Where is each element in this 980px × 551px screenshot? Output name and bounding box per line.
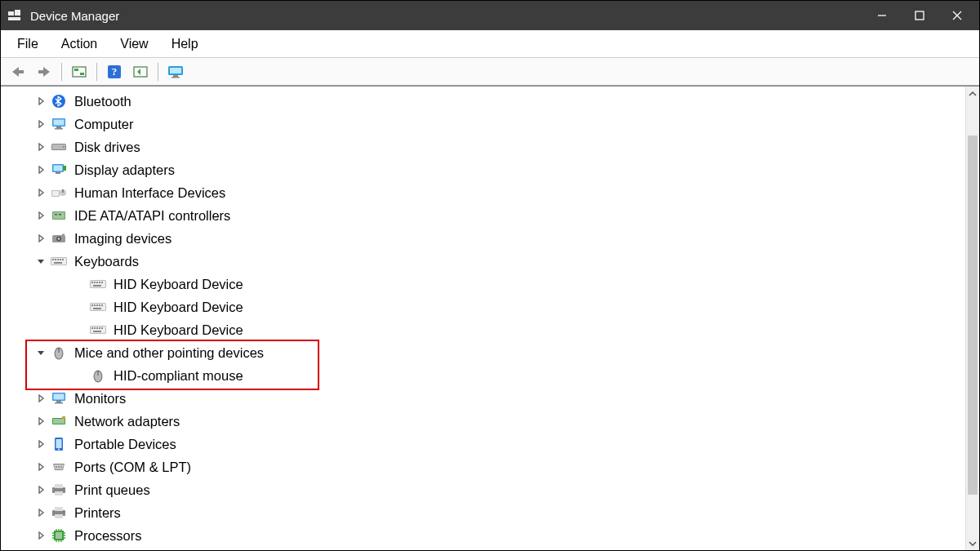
tree-row[interactable]: Imaging devices [1,227,964,250]
svg-rect-63 [96,304,98,306]
svg-rect-61 [91,304,93,306]
maximize-button[interactable] [901,1,938,30]
scroll-up-icon[interactable] [966,87,979,100]
svg-rect-37 [55,214,57,216]
tree-row[interactable]: Processors [1,524,964,547]
chevron-right-icon[interactable] [33,162,48,177]
tree-row-label: HID Keyboard Device [114,300,243,315]
disk-icon [50,140,68,154]
tree-row-label: IDE ATA/ATAPI controllers [74,208,230,224]
chevron-right-icon[interactable] [33,414,48,429]
tree-row[interactable]: HID Keyboard Device [1,273,964,295]
chevron-right-icon[interactable] [33,140,48,154]
menu-help[interactable]: Help [160,33,210,55]
tree-row-label: Printers [74,505,121,521]
tree-row[interactable]: Display adapters [1,158,964,181]
chevron-right-icon[interactable] [33,231,48,246]
svg-rect-30 [63,166,66,171]
svg-rect-69 [91,327,93,329]
forward-button[interactable] [33,62,55,82]
svg-rect-99 [55,507,63,511]
close-button[interactable] [938,1,976,30]
chevron-right-icon[interactable] [33,208,48,223]
svg-rect-86 [53,419,65,424]
minimize-button[interactable] [863,1,901,30]
help-button[interactable]: ? [104,62,125,82]
svg-rect-8 [38,70,44,73]
svg-rect-38 [59,214,61,216]
tree-row[interactable]: Mice and other pointing devices [1,341,964,364]
tree-row[interactable]: Print queues [1,478,964,501]
svg-rect-18 [172,77,180,78]
toolbar-separator [61,63,62,81]
display-device-button[interactable] [165,62,186,82]
tree-row[interactable]: HID-compliant mouse [1,364,964,387]
tree-row[interactable]: HID Keyboard Device [1,295,964,318]
imaging-icon [50,231,68,246]
scroll-thumb[interactable] [968,136,978,495]
menu-file[interactable]: File [6,33,50,55]
scan-button[interactable] [130,62,151,82]
svg-rect-72 [99,327,100,329]
menu-view[interactable]: View [109,33,159,55]
svg-rect-70 [94,327,96,329]
tree-row-label: Ports (COM & LPT) [74,460,191,475]
vertical-scrollbar[interactable] [965,87,979,550]
svg-rect-73 [101,327,103,329]
menu-action[interactable]: Action [50,33,109,55]
mouse-icon [50,345,68,360]
chevron-right-icon[interactable] [33,437,48,451]
chevron-right-icon[interactable] [33,482,48,497]
tree-row[interactable]: Human Interface Devices [1,181,964,204]
keyboard-icon [50,254,68,269]
svg-rect-56 [99,282,100,283]
expander-none [73,300,87,314]
svg-rect-1 [15,10,20,16]
svg-rect-45 [52,259,54,260]
chevron-down-icon[interactable] [33,254,48,269]
keyboard-icon [89,322,107,337]
tree-row-label: Imaging devices [74,231,172,247]
tree-row-label: Monitors [74,391,126,407]
chevron-right-icon[interactable] [33,460,48,474]
chevron-right-icon[interactable] [33,505,48,520]
svg-rect-28 [54,166,63,171]
show-hidden-button[interactable] [69,62,90,82]
content-area: BluetoothComputerDisk drivesDisplay adap… [1,86,979,550]
device-tree[interactable]: BluetoothComputerDisk drivesDisplay adap… [1,88,964,550]
svg-rect-7 [18,70,24,73]
svg-point-91 [56,466,57,468]
chevron-right-icon[interactable] [33,117,48,131]
tree-row[interactable]: HID Keyboard Device [1,318,964,341]
toolbar: ? [1,58,979,86]
tree-row-label: HID Keyboard Device [114,277,243,292]
title-bar: Device Manager [1,1,979,30]
tree-row[interactable]: Monitors [1,387,964,410]
svg-rect-49 [62,259,64,260]
back-button[interactable] [7,62,29,82]
svg-rect-89 [56,439,62,448]
tree-row[interactable]: Keyboards [1,250,964,273]
chevron-right-icon[interactable] [33,528,48,543]
svg-rect-21 [54,120,65,126]
display-adapter-icon [50,162,68,177]
scroll-down-icon[interactable] [966,536,979,550]
tree-row[interactable]: Ports (COM & LPT) [1,455,964,478]
tree-row[interactable]: Disk drives [1,136,964,158]
tree-row[interactable]: Printers [1,501,964,524]
tree-row[interactable]: Computer [1,113,964,136]
svg-point-97 [63,488,65,490]
chevron-right-icon[interactable] [33,391,48,406]
chevron-right-icon[interactable] [33,185,48,200]
svg-rect-48 [60,259,61,260]
tree-row[interactable]: Portable Devices [1,433,964,455]
tree-row[interactable]: Network adapters [1,410,964,433]
svg-rect-58 [93,285,101,287]
tree-row[interactable]: Bluetooth [1,90,964,113]
svg-rect-64 [99,304,100,306]
chevron-down-icon[interactable] [33,345,48,360]
chevron-right-icon[interactable] [33,94,48,109]
svg-rect-83 [56,401,61,402]
tree-row[interactable]: IDE ATA/ATAPI controllers [1,204,964,227]
monitor-icon [50,391,68,406]
